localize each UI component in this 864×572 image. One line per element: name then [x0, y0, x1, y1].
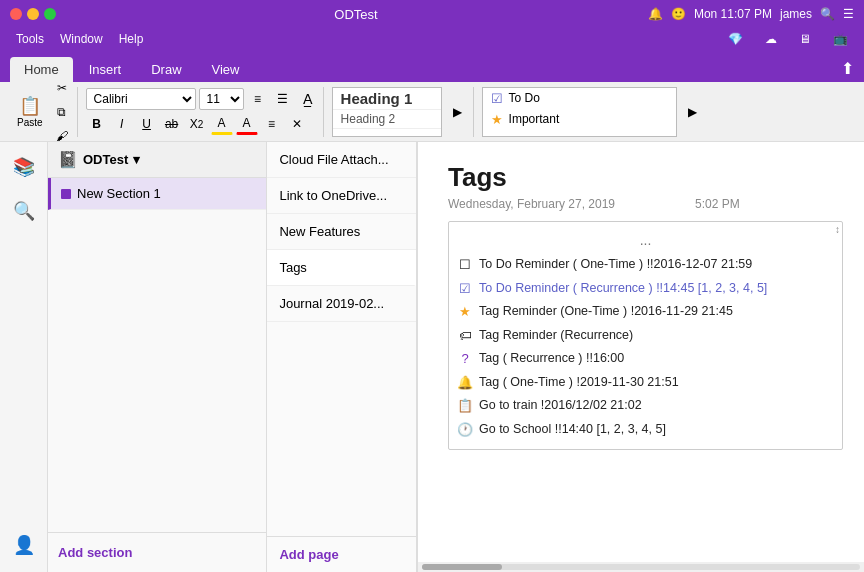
menu-window[interactable]: Window: [52, 30, 111, 48]
heading2-style[interactable]: Heading 2: [333, 110, 441, 129]
window-title: ODTest: [334, 7, 377, 22]
left-sidebar: 📚 🔍 👤: [0, 142, 48, 572]
scrollbar-track: [422, 564, 860, 570]
strikethrough-button[interactable]: ab: [161, 113, 183, 135]
tag-row-4: ? Tag ( Recurrence ) !!16:00: [457, 347, 834, 371]
page-journal[interactable]: Journal 2019-02...: [267, 286, 416, 322]
bold-button[interactable]: B: [86, 113, 108, 135]
cloud-icon: ☁: [757, 30, 785, 48]
paste-icon: 📋: [19, 95, 41, 117]
font-size-select[interactable]: 11: [199, 88, 244, 110]
tab-draw[interactable]: Draw: [137, 57, 195, 82]
minimize-button[interactable]: [27, 8, 39, 20]
notebook-chevron-icon[interactable]: ▾: [133, 152, 140, 167]
tag-text-1: To Do Reminder ( Recurrence ) !!14:45 [1…: [479, 279, 767, 298]
az-button[interactable]: A̲: [297, 88, 319, 110]
tag-text-7: Go to School !!14:40 [1, 2, 3, 4, 5]: [479, 420, 666, 439]
sidebar-search-icon[interactable]: 🔍: [7, 194, 41, 228]
notebook-book-icon: 📓: [58, 150, 78, 169]
copy-button[interactable]: ⧉: [51, 101, 73, 123]
notification-icon[interactable]: 🔔: [648, 7, 663, 21]
important-star-icon: ★: [491, 112, 503, 127]
menu-icon[interactable]: ☰: [843, 7, 854, 21]
tag-row-2: ★ Tag Reminder (One-Time ) !2016-11-29 2…: [457, 300, 834, 324]
add-page-button[interactable]: Add page: [267, 536, 416, 572]
notebook-name[interactable]: ODTest: [83, 152, 128, 167]
sidebar-bottom: 👤: [7, 528, 41, 572]
sidebar-user-icon[interactable]: 👤: [7, 528, 41, 562]
fontcolor-button[interactable]: A: [236, 113, 258, 135]
tags-group: ☑ To Do ★ Important ▶: [478, 87, 708, 137]
heading1-style[interactable]: Heading 1: [333, 88, 441, 110]
title-bar-left: [10, 8, 64, 20]
horizontal-scrollbar[interactable]: [418, 562, 864, 572]
menu-tools[interactable]: Tools: [8, 30, 52, 48]
tag-row-1: ☑ To Do Reminder ( Recurrence ) !!14:45 …: [457, 277, 834, 301]
title-bar-right: 🔔 🙂 Mon 11:07 PM james 🔍 ☰: [648, 7, 854, 21]
important-tag[interactable]: ★ Important: [483, 109, 676, 130]
gem-icon: 💎: [720, 30, 751, 48]
notebook-panel-wrapper: 📓 ODTest ▾ New Section 1 Add section Clo…: [48, 142, 418, 572]
content-area: Tags Wednesday, February 27, 2019 5:02 P…: [418, 142, 864, 572]
font-row1: Calibri 11 ≡ ☰ A̲: [86, 88, 319, 110]
styles-panel: Heading 1 Heading 2: [332, 87, 442, 137]
tag-text-2: Tag Reminder (One-Time ) !2016-11-29 21:…: [479, 302, 733, 321]
bell-icon: 🔔: [457, 373, 473, 393]
list2-button[interactable]: ☰: [272, 88, 294, 110]
page-cloud-file[interactable]: Cloud File Attach...: [267, 142, 416, 178]
time-text: 5:02 PM: [695, 197, 740, 211]
paste-button[interactable]: 📋 Paste: [12, 93, 48, 130]
align-button[interactable]: ≡: [261, 113, 283, 135]
tag-row-5: 🔔 Tag ( One-Time ) !2019-11-30 21:51: [457, 371, 834, 395]
italic-button[interactable]: I: [111, 113, 133, 135]
maximize-button[interactable]: [44, 8, 56, 20]
menu-bar: Tools Window Help 💎 ☁ 🖥 📺: [0, 28, 864, 50]
tag-empty-icon: 🏷: [457, 326, 473, 346]
font-group: Calibri 11 ≡ ☰ A̲ B I U ab X2 A A ≡ ✕: [82, 87, 324, 137]
page-tags[interactable]: Tags: [267, 250, 416, 286]
question-icon: ?: [457, 349, 473, 369]
font-name-select[interactable]: Calibri: [86, 88, 196, 110]
important-tag-label: Important: [509, 112, 560, 126]
todo-tag[interactable]: ☑ To Do: [483, 88, 676, 109]
cast-icon: 📺: [825, 30, 856, 48]
add-section-button[interactable]: Add section: [48, 532, 266, 572]
section-item-0[interactable]: New Section 1: [48, 178, 266, 210]
section-dot: [61, 189, 71, 199]
monitor-icon: 🖥: [791, 30, 819, 48]
tag-text-3: Tag Reminder (Recurrence): [479, 326, 633, 345]
tags-expand[interactable]: ▶: [682, 101, 704, 123]
highlight-button[interactable]: A: [211, 113, 233, 135]
content-ellipsis[interactable]: ...: [457, 230, 834, 250]
tab-view[interactable]: View: [198, 57, 254, 82]
subscript-button[interactable]: X2: [186, 113, 208, 135]
checkbox-empty-icon: ☐: [457, 255, 473, 275]
tag-text-6: Go to train !2016/12/02 21:02: [479, 396, 642, 415]
tab-insert[interactable]: Insert: [75, 57, 136, 82]
clear-button[interactable]: ✕: [286, 113, 308, 135]
page-header: Tags Wednesday, February 27, 2019 5:02 P…: [418, 142, 864, 221]
styles-expand[interactable]: ▶: [447, 101, 469, 123]
tags-content-box: ... ↕ ☐ To Do Reminder ( One-Time ) !!20…: [448, 221, 843, 450]
menu-help[interactable]: Help: [111, 30, 152, 48]
sidebar-notebook-icon[interactable]: 📚: [7, 150, 41, 184]
ribbon-tabs: Home Insert Draw View ⬆: [0, 50, 864, 82]
search-icon[interactable]: 🔍: [820, 7, 835, 21]
tag-row-6: 📋 Go to train !2016/12/02 21:02: [457, 394, 834, 418]
tag-row-0: ☐ To Do Reminder ( One-Time ) !!2016-12-…: [457, 253, 834, 277]
smiley-icon[interactable]: 🙂: [671, 7, 686, 21]
list-button[interactable]: ≡: [247, 88, 269, 110]
underline-button[interactable]: U: [136, 113, 158, 135]
share-icon[interactable]: ⬆: [841, 59, 854, 82]
close-button[interactable]: [10, 8, 22, 20]
paste-group: 📋 Paste ✂ ⧉ 🖌: [8, 87, 78, 137]
todo-tag-label: To Do: [509, 91, 540, 105]
tags-panel: ☑ To Do ★ Important: [482, 87, 677, 137]
notebook-panel: 📓 ODTest ▾ New Section 1 Add section: [48, 142, 267, 572]
tag-text-0: To Do Reminder ( One-Time ) !!2016-12-07…: [479, 255, 752, 274]
scrollbar-thumb[interactable]: [422, 564, 502, 570]
content-expand[interactable]: ↕: [835, 224, 840, 235]
cut-button[interactable]: ✂: [51, 77, 73, 99]
page-new-features[interactable]: New Features: [267, 214, 416, 250]
page-link-onedrive[interactable]: Link to OneDrive...: [267, 178, 416, 214]
